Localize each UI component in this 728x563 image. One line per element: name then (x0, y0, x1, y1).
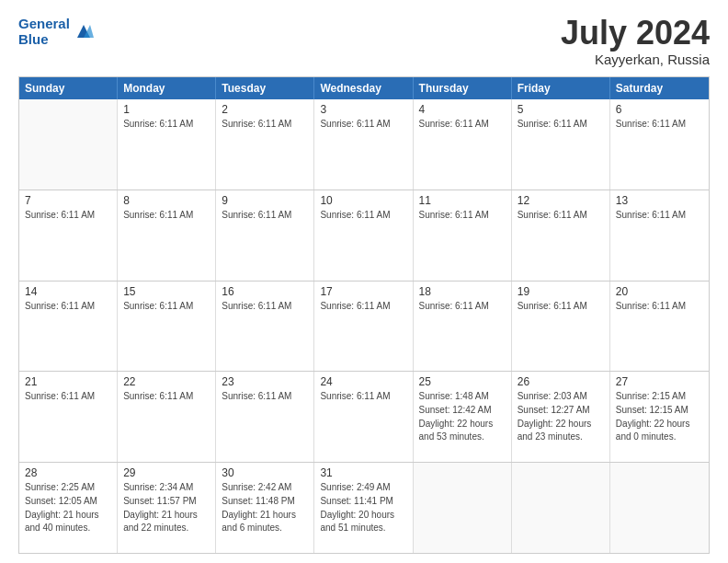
cal-cell: 10Sunrise: 6:11 AM (314, 190, 413, 281)
day-info: Sunrise: 6:11 AM (222, 300, 308, 313)
day-info: Sunset: 11:57 PM (123, 495, 210, 508)
cal-cell (512, 463, 610, 553)
cal-cell: 18Sunrise: 6:11 AM (414, 282, 512, 372)
day-info: Sunset: 12:27 AM (518, 404, 604, 417)
day-info: Sunrise: 6:11 AM (123, 300, 210, 313)
day-number: 28 (25, 466, 111, 479)
title-block: July 2024 Kayyerkan, Russia (561, 17, 710, 67)
logo: General Blue (18, 17, 94, 47)
day-info: Sunrise: 1:48 AM (419, 390, 506, 403)
day-number: 11 (419, 194, 506, 207)
day-number: 10 (320, 194, 406, 207)
day-info: Sunrise: 6:11 AM (25, 390, 111, 403)
cal-cell: 27Sunrise: 2:15 AMSunset: 12:15 AMDaylig… (610, 372, 709, 462)
day-info: Sunrise: 6:11 AM (25, 300, 111, 313)
day-info: Sunrise: 2:15 AM (616, 390, 703, 403)
day-number: 1 (123, 103, 210, 116)
calendar-page: General Blue July 2024 Kayyerkan, Russia… (0, 0, 728, 563)
header-day-wednesday: Wednesday (314, 77, 413, 99)
cal-cell: 2Sunrise: 6:11 AM (216, 99, 314, 190)
logo-text2: Blue (18, 32, 70, 48)
cal-cell: 12Sunrise: 6:11 AM (512, 190, 610, 281)
header-day-saturday: Saturday (610, 77, 709, 99)
day-number: 29 (123, 466, 210, 479)
day-number: 16 (222, 285, 308, 298)
day-number: 24 (320, 375, 406, 388)
day-info: Daylight: 22 hours and 53 minutes. (419, 418, 506, 443)
day-info: Sunrise: 6:11 AM (518, 300, 604, 313)
day-info: Sunrise: 2:49 AM (320, 481, 406, 494)
cal-cell: 26Sunrise: 2:03 AMSunset: 12:27 AMDaylig… (512, 372, 610, 462)
day-info: Sunrise: 6:11 AM (419, 300, 506, 313)
cal-cell: 14Sunrise: 6:11 AM (19, 282, 118, 372)
cal-cell (610, 463, 709, 553)
day-info: Sunrise: 6:11 AM (25, 209, 111, 222)
day-number: 23 (222, 375, 308, 388)
day-number: 13 (616, 194, 703, 207)
cal-cell (414, 463, 512, 553)
day-info: Sunrise: 6:11 AM (320, 209, 406, 222)
cal-cell: 29Sunrise: 2:34 AMSunset: 11:57 PMDaylig… (118, 463, 216, 553)
day-number: 22 (123, 375, 210, 388)
header: General Blue July 2024 Kayyerkan, Russia (18, 17, 710, 67)
day-info: Sunrise: 2:03 AM (518, 390, 604, 403)
week-row-2: 7Sunrise: 6:11 AM8Sunrise: 6:11 AM9Sunri… (19, 190, 709, 281)
week-row-3: 14Sunrise: 6:11 AM15Sunrise: 6:11 AM16Su… (19, 281, 709, 372)
day-number: 27 (616, 375, 703, 388)
day-info: Sunrise: 6:11 AM (518, 118, 604, 131)
day-info: Sunrise: 6:11 AM (616, 209, 703, 222)
day-number: 6 (616, 103, 703, 116)
week-row-5: 28Sunrise: 2:25 AMSunset: 12:05 AMDaylig… (19, 462, 709, 553)
day-number: 3 (320, 103, 406, 116)
day-number: 17 (320, 285, 406, 298)
cal-cell (19, 99, 118, 190)
cal-cell: 7Sunrise: 6:11 AM (19, 190, 118, 281)
day-number: 9 (222, 194, 308, 207)
day-info: Sunrise: 6:11 AM (419, 118, 506, 131)
cal-cell: 24Sunrise: 6:11 AM (314, 372, 413, 462)
day-info: Daylight: 20 hours and 51 minutes. (320, 509, 406, 534)
cal-cell: 25Sunrise: 1:48 AMSunset: 12:42 AMDaylig… (414, 372, 512, 462)
day-number: 19 (518, 285, 604, 298)
day-number: 12 (518, 194, 604, 207)
day-number: 20 (616, 285, 703, 298)
day-info: Sunset: 11:48 PM (222, 495, 308, 508)
day-info: Daylight: 22 hours and 0 minutes. (616, 418, 703, 443)
day-number: 21 (25, 375, 111, 388)
day-number: 18 (419, 285, 506, 298)
day-info: Sunset: 12:15 AM (616, 404, 703, 417)
cal-cell: 5Sunrise: 6:11 AM (512, 99, 610, 190)
day-info: Sunrise: 2:42 AM (222, 481, 308, 494)
day-number: 14 (25, 285, 111, 298)
cal-cell: 6Sunrise: 6:11 AM (610, 99, 709, 190)
day-info: Sunset: 12:05 AM (25, 495, 111, 508)
day-info: Sunrise: 2:25 AM (25, 481, 111, 494)
day-number: 25 (419, 375, 506, 388)
header-day-thursday: Thursday (414, 77, 512, 99)
day-info: Sunrise: 6:11 AM (320, 118, 406, 131)
day-info: Sunrise: 6:11 AM (616, 300, 703, 313)
cal-cell: 19Sunrise: 6:11 AM (512, 282, 610, 372)
day-info: Sunset: 11:41 PM (320, 495, 406, 508)
location: Kayyerkan, Russia (561, 52, 710, 67)
day-number: 4 (419, 103, 506, 116)
header-day-friday: Friday (512, 77, 610, 99)
day-info: Sunrise: 6:11 AM (123, 209, 210, 222)
day-number: 30 (222, 466, 308, 479)
day-info: Daylight: 21 hours and 22 minutes. (123, 509, 210, 534)
cal-cell: 3Sunrise: 6:11 AM (314, 99, 413, 190)
day-info: Sunrise: 6:11 AM (616, 118, 703, 131)
day-info: Sunrise: 6:11 AM (222, 118, 308, 131)
cal-cell: 16Sunrise: 6:11 AM (216, 282, 314, 372)
day-info: Daylight: 21 hours and 6 minutes. (222, 509, 308, 534)
day-number: 2 (222, 103, 308, 116)
day-info: Sunrise: 6:11 AM (320, 300, 406, 313)
cal-cell: 15Sunrise: 6:11 AM (118, 282, 216, 372)
cal-cell: 20Sunrise: 6:11 AM (610, 282, 709, 372)
week-row-4: 21Sunrise: 6:11 AM22Sunrise: 6:11 AM23Su… (19, 371, 709, 462)
cal-cell: 13Sunrise: 6:11 AM (610, 190, 709, 281)
day-info: Sunrise: 6:11 AM (419, 209, 506, 222)
logo-icon (74, 21, 94, 41)
cal-cell: 28Sunrise: 2:25 AMSunset: 12:05 AMDaylig… (19, 463, 118, 553)
day-info: Sunrise: 6:11 AM (123, 118, 210, 131)
